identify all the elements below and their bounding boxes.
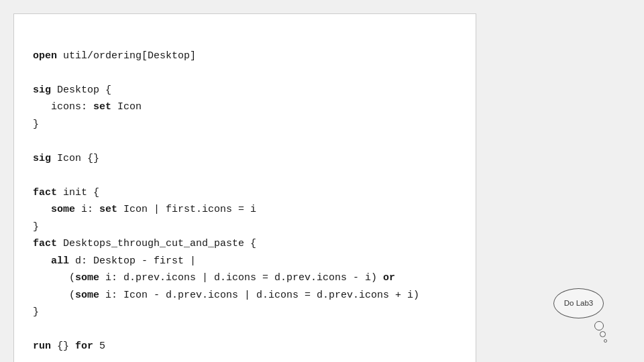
code-line-icons: icons: set Icon [33,99,457,116]
code-line-some2: (some i: d.prev.icons | d.icons = d.prev… [33,269,457,287]
code-text: i: [75,204,99,215]
code-text: Icon [111,101,142,113]
cloud-bubble2 [600,331,606,337]
code-text: util/ordering[Desktop] [57,50,196,62]
code-line-some1: some i: set Icon | first.icons = i [33,201,457,219]
code-text: d: Desktop - first | [69,255,196,267]
keyword-sig1: sig [33,84,51,96]
code-text [33,204,51,215]
keyword-some3: some [75,290,99,301]
code-editor: open util/ordering[Desktop] sig Desktop … [13,13,476,362]
keyword-set2: set [99,204,117,215]
code-line-fact-desktops: fact Desktops_through_cut_and_paste { [33,235,457,253]
code-text: ( [33,290,75,301]
keyword-open: open [33,50,57,62]
cloud-label: Do Lab3 [553,288,604,318]
keyword-set1: set [93,101,111,113]
keyword-run: run [33,341,51,352]
keyword-all: all [51,255,69,267]
keyword-fact1: fact [33,187,57,198]
code-text: ( [33,272,75,284]
code-text: Desktops_through_cut_and_paste { [57,238,256,249]
code-line-close3: } [33,304,457,321]
code-line-all: all d: Desktop - first | [33,253,457,270]
code-text: i: Icon - d.prev.icons | d.icons = d.pre… [99,290,419,301]
code-text: i: d.prev.icons | d.icons = d.prev.icons… [99,272,383,284]
code-text: {} [51,341,75,352]
code-line-blank1 [33,30,457,48]
thought-cloud-container: Do Lab3 [553,288,607,325]
keyword-or: or [383,272,395,284]
cloud-bubble3 [604,339,607,343]
code-line-sig-desktop: sig Desktop { [33,82,457,99]
code-line-close2: } [33,219,457,236]
code-line-blank2 [33,64,457,82]
main-container: open util/ordering[Desktop] sig Desktop … [0,0,644,362]
keyword-some1: some [51,204,75,215]
keyword-fact2: fact [33,238,57,249]
code-line-open: open util/ordering[Desktop] [33,48,457,65]
code-text: Desktop { [51,84,111,96]
code-text: 5 [93,341,105,352]
code-text: Icon | first.icons = i [117,204,256,215]
code-line-run: run {} for 5 [33,338,457,355]
code-line-fact-init: fact init { [33,184,457,202]
cloud-bubble1 [594,321,604,330]
code-text: Icon {} [51,153,99,164]
thought-cloud: Do Lab3 [553,288,607,325]
code-text [33,255,51,267]
code-line-some3: (some i: Icon - d.prev.icons | d.icons =… [33,287,457,304]
code-text: init { [57,187,99,198]
keyword-for: for [75,341,93,352]
keyword-sig2: sig [33,153,51,164]
code-line-blank4 [33,167,457,184]
code-line-close1: } [33,116,457,133]
code-line-blank5 [33,321,457,339]
code-line-sig-icon: sig Icon {} [33,150,457,168]
keyword-some2: some [75,272,99,284]
code-line-blank3 [33,133,457,150]
code-text: icons: [33,101,93,113]
